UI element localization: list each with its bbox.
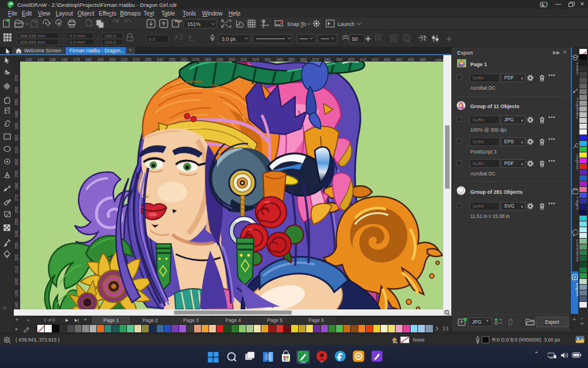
- svg-text:270: 270: [14, 194, 18, 201]
- svg-text:300: 300: [14, 159, 18, 166]
- svg-text:270: 270: [192, 57, 199, 62]
- svg-text:160: 160: [61, 57, 68, 62]
- svg-text:260: 260: [181, 57, 188, 62]
- svg-text:310: 310: [241, 57, 247, 62]
- svg-text:430: 430: [384, 57, 390, 62]
- svg-text:280: 280: [14, 182, 18, 189]
- svg-text:0.0: 0.0: [149, 37, 156, 42]
- svg-text:350: 350: [288, 57, 295, 62]
- svg-text:290: 290: [216, 57, 223, 62]
- svg-text:320: 320: [14, 135, 18, 141]
- svg-text:320: 320: [252, 57, 259, 62]
- svg-text:50: 50: [352, 36, 358, 42]
- svg-text:240: 240: [157, 57, 164, 62]
- svg-text:300: 300: [229, 57, 235, 62]
- svg-text:Launch: Launch: [338, 21, 355, 27]
- svg-text:230: 230: [145, 57, 152, 62]
- svg-text:400: 400: [348, 57, 355, 62]
- svg-text:151%: 151%: [187, 21, 200, 27]
- svg-text:310: 310: [14, 147, 18, 154]
- svg-text:3.0 px: 3.0 px: [222, 36, 236, 42]
- svg-text:440: 440: [396, 57, 403, 62]
- svg-text:460: 460: [420, 57, 427, 62]
- svg-text:170: 170: [73, 57, 80, 62]
- svg-text:200: 200: [14, 278, 18, 285]
- svg-text:350: 350: [14, 99, 18, 106]
- svg-text:330: 330: [14, 122, 18, 129]
- svg-text:340: 340: [276, 57, 283, 62]
- svg-text:370: 370: [14, 75, 18, 82]
- svg-text:380: 380: [324, 57, 331, 62]
- svg-text:180: 180: [85, 57, 92, 62]
- svg-text:100.0: 100.0: [105, 40, 117, 45]
- svg-text:150: 150: [49, 57, 56, 62]
- svg-text:420: 420: [372, 57, 378, 62]
- svg-text:220: 220: [14, 254, 18, 261]
- svg-text:200: 200: [109, 57, 116, 62]
- svg-text:410: 410: [360, 57, 367, 62]
- svg-text:450: 450: [408, 57, 415, 62]
- svg-text:140: 140: [37, 57, 44, 62]
- svg-text:298.535 mm: 298.535 mm: [20, 33, 45, 39]
- svg-text:360: 360: [14, 87, 18, 94]
- svg-text:Snap To: Snap To: [287, 21, 306, 27]
- svg-text:330: 330: [264, 57, 271, 62]
- svg-text:290: 290: [14, 170, 18, 177]
- svg-text:PDF: PDF: [175, 20, 182, 23]
- svg-text:360: 360: [300, 57, 307, 62]
- svg-text:100.0: 100.0: [105, 33, 117, 39]
- svg-text:390: 390: [336, 57, 343, 62]
- svg-text:210: 210: [14, 266, 18, 273]
- svg-text:220: 220: [133, 57, 140, 62]
- svg-text:340: 340: [14, 110, 18, 117]
- svg-text:210: 210: [121, 57, 128, 62]
- svg-text:250: 250: [14, 218, 18, 225]
- svg-text:205.655 mm: 205.655 mm: [20, 40, 45, 45]
- svg-text:260: 260: [14, 206, 18, 213]
- svg-text:370: 370: [312, 57, 319, 62]
- svg-text:240: 240: [14, 230, 18, 237]
- svg-text:190: 190: [14, 290, 18, 297]
- svg-text:230: 230: [14, 242, 18, 249]
- svg-text:130: 130: [25, 57, 32, 62]
- svg-text:190: 190: [97, 57, 104, 62]
- svg-text:180: 180: [14, 302, 18, 309]
- svg-text:0.0 mm: 0.0 mm: [69, 33, 85, 39]
- svg-text:280: 280: [204, 57, 211, 62]
- svg-text:0.0 mm: 0.0 mm: [69, 40, 85, 45]
- svg-text:250: 250: [169, 57, 176, 62]
